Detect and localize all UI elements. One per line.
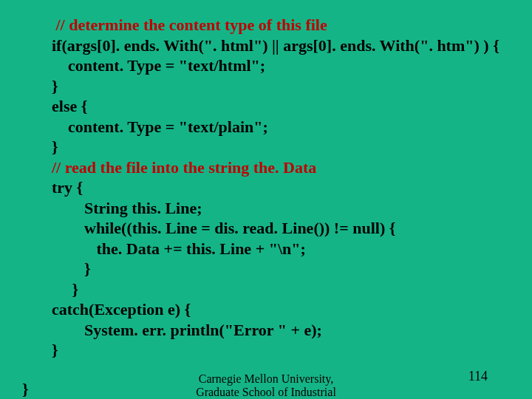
footer: Carnegie Mellon University, Graduate Sch…	[0, 372, 532, 399]
code-line: // read the file into the string the. Da…	[52, 157, 517, 178]
code-line: String this. Line;	[52, 198, 517, 219]
footer-line: Carnegie Mellon University,	[0, 372, 532, 386]
code-block: // determine the content type of this fi…	[52, 15, 517, 361]
code-line: try {	[52, 177, 517, 198]
code-line: // determine the content type of this fi…	[52, 15, 517, 35]
code-line: }	[52, 279, 517, 300]
code-line: while((this. Line = dis. read. Line()) !…	[52, 218, 517, 239]
code-line: if(args[0]. ends. With(". html") || args…	[52, 35, 517, 56]
code-line: }	[52, 76, 517, 97]
code-line: }	[52, 259, 517, 279]
page-number: 114	[468, 369, 488, 384]
code-line: else {	[52, 96, 517, 117]
code-line: catch(Exception e) {	[52, 299, 517, 320]
code-line: content. Type = "text/plain";	[52, 117, 517, 137]
footer-line: Graduate School of Industrial	[0, 386, 532, 399]
code-line: content. Type = "text/html";	[52, 55, 517, 76]
code-line: }	[52, 137, 517, 157]
code-line: }	[52, 340, 517, 361]
code-line: the. Data += this. Line + "\n";	[52, 239, 517, 259]
code-line: System. err. println("Error " + e);	[52, 320, 517, 341]
